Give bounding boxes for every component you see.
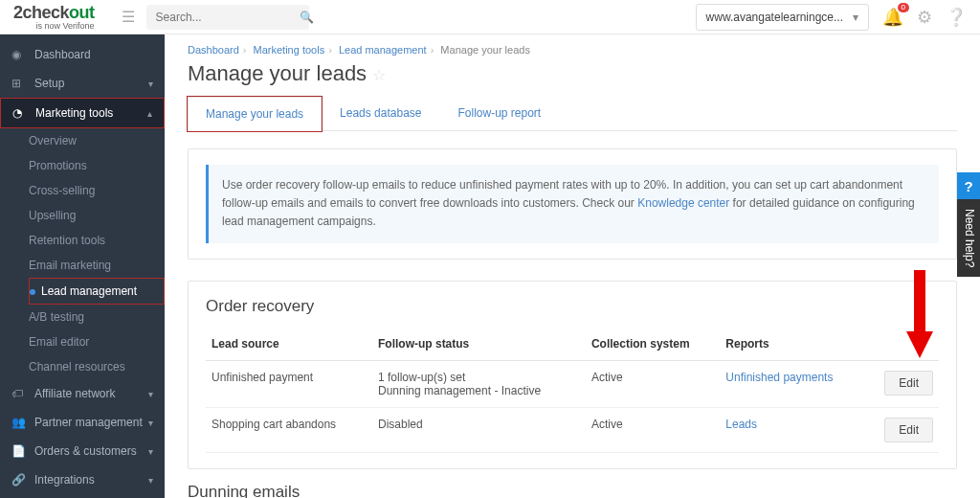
brand-logo: 2checkout is now Verifone bbox=[13, 3, 95, 31]
col-followup-status: Follow-up status bbox=[372, 328, 586, 361]
sidebar-item-partner[interactable]: 👥Partner management▾ bbox=[0, 408, 165, 437]
report-link-leads[interactable]: Leads bbox=[725, 418, 757, 431]
notif-badge: 0 bbox=[898, 3, 909, 12]
sidebar-sub-email[interactable]: Email marketing bbox=[29, 253, 165, 278]
breadcrumb-current: Manage your leads bbox=[440, 44, 530, 56]
menu-toggle-icon[interactable]: ☰ bbox=[122, 8, 135, 26]
sidebar-item-integrations[interactable]: 🔗Integrations▾ bbox=[0, 465, 165, 494]
tab-followup-report[interactable]: Follow-up report bbox=[439, 96, 559, 130]
sidebar-sub-editor[interactable]: Email editor bbox=[29, 329, 165, 354]
help-icon[interactable]: ❔ bbox=[946, 7, 967, 28]
account-dropdown[interactable]: www.avangatelearningce... ▾ bbox=[696, 4, 869, 31]
sidebar-sub-retention[interactable]: Retention tools bbox=[29, 228, 165, 253]
sidebar-sub-ab[interactable]: A/B testing bbox=[29, 305, 165, 329]
edit-button[interactable]: Edit bbox=[884, 371, 933, 396]
edit-button[interactable]: Edit bbox=[884, 418, 933, 442]
sidebar-item-reports[interactable]: 📊Reports center▾ bbox=[0, 494, 165, 498]
account-label: www.avangatelearningce... bbox=[706, 11, 843, 24]
sidebar-item-marketing[interactable]: ◔Marketing tools▴ bbox=[1, 99, 164, 127]
sidebar: ◉Dashboard ⊞Setup▾ ◔Marketing tools▴ Ove… bbox=[0, 34, 165, 498]
report-link-unfinished[interactable]: Unfinished payments bbox=[725, 371, 833, 384]
search-input[interactable] bbox=[156, 11, 300, 24]
help-text[interactable]: Need help? bbox=[957, 199, 980, 277]
sidebar-item-affiliate[interactable]: 🏷Affiliate network▾ bbox=[0, 379, 165, 408]
order-recovery-heading: Order recovery bbox=[206, 297, 939, 316]
sidebar-sub-lead[interactable]: Lead management bbox=[30, 279, 164, 304]
sidebar-item-orders[interactable]: 📄Orders & customers▾ bbox=[0, 437, 165, 465]
info-message: Use order recovery follow-up emails to r… bbox=[206, 165, 939, 243]
sidebar-item-setup[interactable]: ⊞Setup▾ bbox=[0, 69, 165, 98]
sidebar-sub-channel[interactable]: Channel resources bbox=[29, 354, 165, 379]
col-reports: Reports bbox=[720, 328, 865, 361]
sidebar-sub-overview[interactable]: Overview bbox=[29, 128, 165, 153]
col-collection: Collection system bbox=[586, 328, 720, 361]
search-box[interactable]: 🔍 bbox=[146, 5, 309, 30]
main-content: Dashboard› Marketing tools› Lead managem… bbox=[165, 34, 980, 498]
help-strip[interactable]: ? Need help? bbox=[957, 172, 980, 277]
table-row: Unfinished payment 1 follow-up(s) setDun… bbox=[206, 360, 939, 407]
settings-icon[interactable]: ⚙ bbox=[917, 7, 932, 28]
page-title: Manage your leads☆ bbox=[188, 61, 957, 86]
tab-manage-leads[interactable]: Manage your leads bbox=[188, 97, 322, 131]
sidebar-sub-promotions[interactable]: Promotions bbox=[29, 153, 165, 178]
sidebar-item-dashboard[interactable]: ◉Dashboard bbox=[0, 40, 165, 69]
knowledge-link[interactable]: Knowledge center bbox=[637, 196, 729, 210]
breadcrumb: Dashboard› Marketing tools› Lead managem… bbox=[188, 44, 957, 56]
favorite-icon[interactable]: ☆ bbox=[372, 67, 386, 83]
breadcrumb-marketing[interactable]: Marketing tools bbox=[254, 44, 325, 56]
dunning-heading: Dunning emails bbox=[188, 483, 957, 498]
table-row: Shopping cart abandons Disabled Active L… bbox=[206, 407, 939, 452]
chevron-down-icon: ▾ bbox=[853, 11, 858, 24]
help-q-icon[interactable]: ? bbox=[957, 172, 980, 199]
sidebar-sub-upselling[interactable]: Upselling bbox=[29, 203, 165, 228]
col-lead-source: Lead source bbox=[206, 328, 372, 361]
breadcrumb-dashboard[interactable]: Dashboard bbox=[188, 44, 239, 56]
notifications-icon[interactable]: 🔔0 bbox=[882, 7, 903, 28]
sidebar-sub-cross[interactable]: Cross-selling bbox=[29, 178, 165, 203]
tab-leads-db[interactable]: Leads database bbox=[322, 96, 439, 130]
breadcrumb-lead[interactable]: Lead management bbox=[339, 44, 427, 56]
search-icon: 🔍 bbox=[300, 11, 314, 24]
